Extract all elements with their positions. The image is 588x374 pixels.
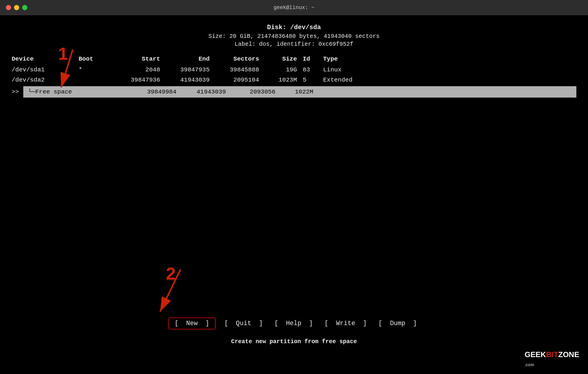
menu-dump[interactable]: [ Dump ] — [376, 318, 420, 329]
svg-line-1 — [61, 50, 73, 87]
row2-start: 39847936 — [116, 77, 163, 83]
menu-new[interactable]: [ New ] — [168, 317, 216, 329]
disk-size: Size: 20 GiB, 21474836480 bytes, 4194304… — [12, 33, 576, 40]
close-button[interactable] — [6, 5, 11, 10]
arrow-1-icon — [55, 50, 108, 96]
maximize-button[interactable] — [22, 5, 27, 10]
sel-end: 41943039 — [182, 89, 229, 95]
traffic-lights — [6, 5, 27, 10]
terminal: Disk: /dev/sda Size: 20 GiB, 21474836480… — [0, 15, 588, 374]
sel-id — [319, 89, 336, 95]
row1-sectors: 39845888 — [215, 66, 262, 73]
row-selector: >> — [12, 89, 19, 95]
sel-sectors: 2093056 — [232, 89, 278, 95]
row2-sectors: 2095104 — [215, 77, 262, 83]
logo-zone: ZONE — [558, 350, 579, 359]
sel-type — [339, 89, 576, 95]
arrow-2-icon — [157, 269, 215, 322]
sel-start: 39849984 — [133, 89, 179, 95]
logo-com: .com — [525, 362, 534, 367]
titlebar: geek@linux: ~ — [0, 0, 588, 15]
menu-help[interactable]: [ Help ] — [272, 318, 316, 329]
row1-end: 39847935 — [166, 66, 212, 73]
row2-id: 5 — [303, 77, 320, 83]
col-start: Start — [116, 56, 163, 62]
row2-end: 41943039 — [166, 77, 212, 83]
disk-title: Disk: /dev/sda — [12, 24, 576, 31]
row2-size: 1023M — [265, 77, 300, 83]
svg-line-3 — [160, 269, 180, 312]
menu-quit[interactable]: [ Quit ] — [222, 318, 266, 329]
bottom-section: [ New ] [ Quit ] [ Help ] [ Write ] [ Du… — [0, 317, 588, 345]
annotation-1: 1 — [58, 44, 68, 64]
minimize-button[interactable] — [14, 5, 19, 10]
annotation-2: 2 — [166, 264, 176, 284]
col-type: Type — [323, 56, 576, 62]
col-size: Size — [265, 56, 300, 62]
col-end: End — [166, 56, 212, 62]
window-title: geek@linux: ~ — [274, 5, 314, 10]
bottom-hint: Create new partition from free space — [0, 338, 588, 345]
row1-type: Linux — [323, 66, 576, 73]
logo: GEEKBITZONE.com — [525, 350, 579, 368]
disk-label: Label: dos, identifier: 0xc69f952f — [12, 41, 576, 47]
row1-size: 19G — [265, 66, 300, 73]
disk-info: Disk: /dev/sda Size: 20 GiB, 21474836480… — [12, 24, 576, 47]
sel-size: 1022M — [281, 89, 316, 95]
col-id: Id — [303, 56, 320, 62]
menu-write[interactable]: [ Write ] — [322, 318, 370, 329]
row1-start: 2048 — [116, 66, 163, 73]
logo-bit: BIT — [546, 350, 558, 359]
row1-id: 83 — [303, 66, 320, 73]
row2-type: Extended — [323, 77, 576, 83]
menu-bar: [ New ] [ Quit ] [ Help ] [ Write ] [ Du… — [0, 317, 588, 329]
col-sectors: Sectors — [215, 56, 262, 62]
logo-geek: GEEK — [525, 350, 546, 359]
